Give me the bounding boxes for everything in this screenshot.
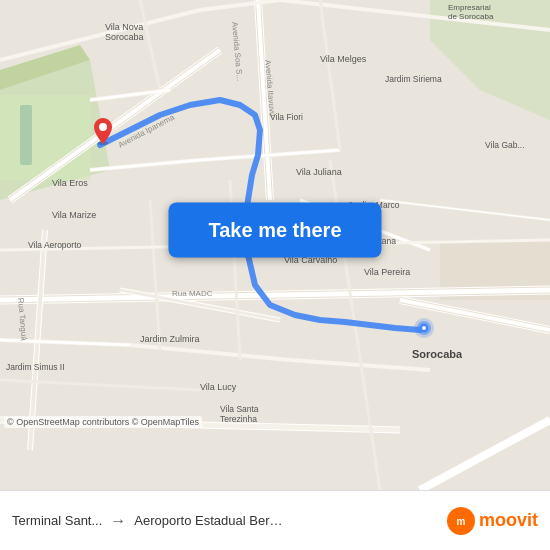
svg-line-16 bbox=[420, 420, 550, 490]
svg-text:Vila Marize: Vila Marize bbox=[52, 210, 96, 220]
svg-text:Vila Gab...: Vila Gab... bbox=[485, 140, 525, 150]
take-me-there-button[interactable]: Take me there bbox=[168, 203, 381, 258]
svg-text:Empresarial: Empresarial bbox=[448, 3, 491, 12]
svg-rect-2 bbox=[0, 95, 90, 180]
bottom-bar: Terminal Sant... → Aeroporto Estadual Be… bbox=[0, 490, 550, 550]
svg-point-83 bbox=[422, 326, 426, 330]
svg-text:Vila Melges: Vila Melges bbox=[320, 54, 367, 64]
svg-point-79 bbox=[99, 123, 107, 131]
svg-text:m: m bbox=[457, 516, 466, 527]
svg-line-44 bbox=[320, 0, 340, 150]
svg-text:Sorocaba: Sorocaba bbox=[412, 348, 463, 360]
svg-text:Sorocaba: Sorocaba bbox=[105, 32, 144, 42]
route-arrow-icon: → bbox=[110, 512, 126, 530]
svg-text:Terezinha: Terezinha bbox=[220, 414, 257, 424]
svg-line-43 bbox=[140, 0, 160, 90]
svg-line-29 bbox=[130, 345, 290, 360]
svg-text:Vila Eros: Vila Eros bbox=[52, 178, 88, 188]
svg-text:Vila Pereira: Vila Pereira bbox=[364, 267, 410, 277]
svg-line-37 bbox=[380, 200, 550, 220]
svg-text:Rua MADC: Rua MADC bbox=[172, 289, 213, 298]
svg-text:Rua Tanguá: Rua Tanguá bbox=[16, 297, 29, 341]
origin-label: Terminal Sant... bbox=[12, 513, 102, 528]
svg-text:Vila Lucy: Vila Lucy bbox=[200, 382, 237, 392]
moovit-icon: m bbox=[447, 507, 475, 535]
svg-text:Jardim Zulmira: Jardim Zulmira bbox=[140, 334, 200, 344]
svg-text:de Sorocaba: de Sorocaba bbox=[448, 12, 494, 21]
map-attribution: © OpenStreetMap contributors © OpenMapTi… bbox=[4, 416, 202, 428]
svg-rect-3 bbox=[20, 105, 32, 165]
svg-text:Vila Juliana: Vila Juliana bbox=[296, 167, 342, 177]
svg-text:Vila Aeroporto: Vila Aeroporto bbox=[28, 240, 82, 250]
svg-text:Vila Santa: Vila Santa bbox=[220, 404, 259, 414]
svg-text:Vila Nova: Vila Nova bbox=[105, 22, 143, 32]
moovit-brand-text: moovit bbox=[479, 510, 538, 531]
svg-line-33 bbox=[150, 200, 160, 350]
svg-line-40 bbox=[0, 10, 200, 60]
svg-line-41 bbox=[200, 0, 280, 10]
destination-label: Aeroporto Estadual Bertram Luiz ... bbox=[134, 513, 284, 528]
svg-text:Avenida Soa S...: Avenida Soa S... bbox=[230, 21, 244, 81]
moovit-logo: m moovit bbox=[447, 507, 538, 535]
svg-line-39 bbox=[0, 380, 200, 390]
svg-text:Jardim Siriema: Jardim Siriema bbox=[385, 74, 442, 84]
route-info: Terminal Sant... → Aeroporto Estadual Be… bbox=[12, 512, 447, 530]
svg-text:Jardim Simus II: Jardim Simus II bbox=[6, 362, 65, 372]
map-container: Vila Nova Sorocaba Vila Melges Jardim Si… bbox=[0, 0, 550, 490]
